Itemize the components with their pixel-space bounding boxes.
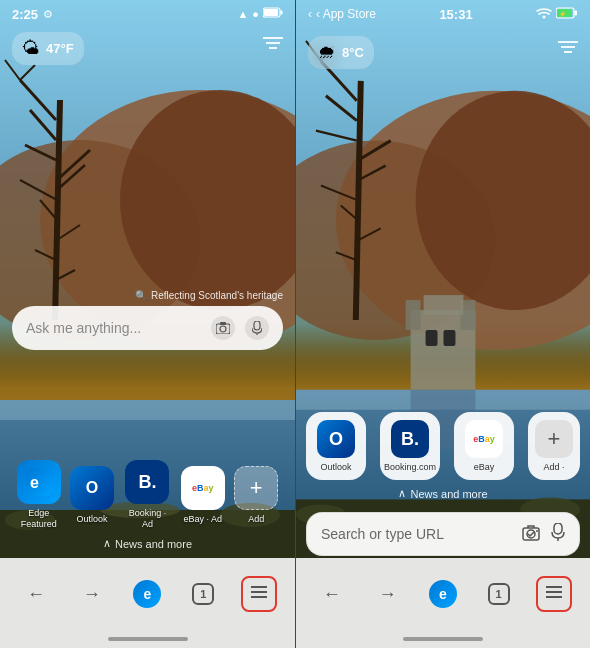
add-img-right: +	[535, 420, 573, 458]
ask-bar[interactable]: Ask me anything...	[12, 306, 283, 350]
back-icon-left: ←	[27, 584, 45, 605]
svg-rect-24	[281, 11, 283, 15]
forward-button-left[interactable]: →	[74, 576, 110, 612]
svg-rect-69	[574, 11, 577, 16]
edge-nav-left[interactable]: e	[129, 576, 165, 612]
menu-button-left[interactable]	[241, 576, 277, 612]
left-phone: 2:25 ⚙ ▲ ● 🌤 47°F 🔍 Reflecting Scotland'…	[0, 0, 295, 648]
app-store-label: ‹ App Store	[316, 7, 376, 21]
weather-temp-right: 8°C	[342, 45, 364, 60]
svg-rect-78	[554, 523, 562, 534]
battery-icon-left	[263, 7, 283, 21]
app-icon-booking-left[interactable]: B. Booking · Ad	[123, 460, 171, 530]
weather-temp-left: 47°F	[46, 41, 74, 56]
svg-rect-25	[264, 9, 278, 16]
back-button-right[interactable]: ←	[314, 576, 350, 612]
back-icon-right: ←	[323, 584, 341, 605]
app-icon-outlook-left[interactable]: O Outlook	[70, 466, 114, 525]
chevron-up-icon-left: ∧	[103, 537, 111, 550]
filter-icon-left[interactable]	[263, 36, 283, 54]
tab-count-left: 1	[192, 583, 214, 605]
outlook-icon-img: O	[70, 466, 114, 510]
signal-icon-left: ●	[252, 8, 259, 20]
app-dock-left: e Edge Featured O Outlook B. Booking · A…	[12, 460, 283, 530]
nav-bar-items-right: ← → e 1	[296, 558, 590, 630]
add-label-left: Add	[248, 514, 264, 525]
forward-icon-left: →	[83, 584, 101, 605]
ebay-label-left: eBay · Ad	[184, 514, 223, 525]
outlook-label-right: Outlook	[320, 462, 351, 472]
filter-icon-right[interactable]	[558, 40, 578, 58]
add-label-right: Add ·	[543, 462, 564, 472]
tab-count-right: 1	[488, 583, 510, 605]
mic-icon[interactable]	[245, 316, 269, 340]
ask-bar-icons	[211, 316, 269, 340]
edge-icon-img: e	[17, 460, 61, 504]
ebay-label-right: eBay	[474, 462, 495, 472]
home-indicator-right	[296, 630, 590, 648]
weather-icon-right: 🌧	[318, 42, 336, 63]
nav-bar-items-left: ← → e 1	[0, 558, 295, 630]
weather-widget-right: 🌧 8°C	[308, 36, 374, 69]
booking-label-left: Booking · Ad	[123, 508, 171, 530]
forward-button-right[interactable]: →	[369, 576, 405, 612]
add-icon-img: +	[234, 466, 278, 510]
app-icon-booking-right[interactable]: B. Booking.com	[380, 412, 440, 480]
booking-img-right: B.	[391, 420, 429, 458]
home-pill-right	[403, 637, 483, 641]
weather-icon-left: 🌤	[22, 38, 40, 59]
back-arrow-right: ‹	[308, 7, 312, 21]
svg-point-77	[536, 530, 538, 532]
right-phone: ‹ ‹ App Store 15:31 ⚡ 🌧 8°C	[295, 0, 590, 648]
news-more-label-left: News and more	[115, 538, 192, 550]
ebay-img-right: eBay	[465, 420, 503, 458]
svg-rect-31	[220, 322, 226, 325]
forward-icon-right: →	[378, 584, 396, 605]
chevron-up-icon-right: ∧	[398, 487, 406, 500]
menu-icon-left	[249, 584, 269, 605]
svg-text:⚡: ⚡	[559, 10, 567, 18]
search-hint-text: Reflecting Scotland's heritage	[151, 290, 283, 301]
app-icon-add-left[interactable]: + Add	[234, 466, 278, 525]
url-bar-right[interactable]: Search or type URL	[306, 512, 580, 556]
status-icons-left: ▲ ●	[237, 7, 283, 21]
app-icon-add-right[interactable]: + Add ·	[528, 412, 580, 480]
app-dock-right: O Outlook B. Booking.com eBay eBay + Add…	[308, 412, 578, 480]
news-more-left: ∧ News and more	[0, 537, 295, 550]
time-left: 2:25	[12, 7, 38, 22]
svg-text:e: e	[30, 474, 39, 491]
home-indicator-left	[0, 630, 295, 648]
home-pill-left	[108, 637, 188, 641]
url-camera-icon[interactable]	[521, 523, 541, 545]
camera-icon[interactable]	[211, 316, 235, 340]
tabs-button-left[interactable]: 1	[185, 576, 221, 612]
url-bar-icons	[521, 523, 565, 545]
edge-nav-right[interactable]: e	[425, 576, 461, 612]
tabs-button-right[interactable]: 1	[481, 576, 517, 612]
time-right: 15:31	[439, 7, 472, 22]
edge-label: Edge Featured	[21, 508, 57, 530]
ebay-icon-img: eBay	[181, 466, 225, 510]
status-bar-left: 2:25 ⚙ ▲ ●	[0, 0, 295, 28]
menu-button-right[interactable]	[536, 576, 572, 612]
back-button-left[interactable]: ←	[18, 576, 54, 612]
wifi-icon-left: ▲	[237, 8, 248, 20]
menu-icon-right	[544, 584, 564, 605]
app-icon-outlook-right[interactable]: O Outlook	[306, 412, 366, 480]
battery-icon-right: ⚡	[556, 5, 578, 23]
app-icon-ebay-right[interactable]: eBay eBay	[454, 412, 514, 480]
nav-bar-left: ← → e 1	[0, 558, 295, 648]
url-mic-icon[interactable]	[551, 523, 565, 545]
url-bar-text: Search or type URL	[321, 526, 444, 542]
svg-point-30	[220, 326, 226, 332]
search-hint: 🔍 Reflecting Scotland's heritage	[135, 290, 283, 301]
outlook-img-right: O	[317, 420, 355, 458]
svg-rect-32	[254, 321, 260, 330]
outlook-label-left: Outlook	[77, 514, 108, 525]
app-icon-edge[interactable]: e Edge Featured	[17, 460, 61, 530]
settings-icon-left: ⚙	[43, 8, 53, 21]
search-hint-icon: 🔍	[135, 290, 147, 301]
app-icon-ebay-left[interactable]: eBay eBay · Ad	[181, 466, 225, 525]
weather-widget-left: 🌤 47°F	[12, 32, 84, 65]
ask-bar-placeholder: Ask me anything...	[26, 320, 141, 336]
